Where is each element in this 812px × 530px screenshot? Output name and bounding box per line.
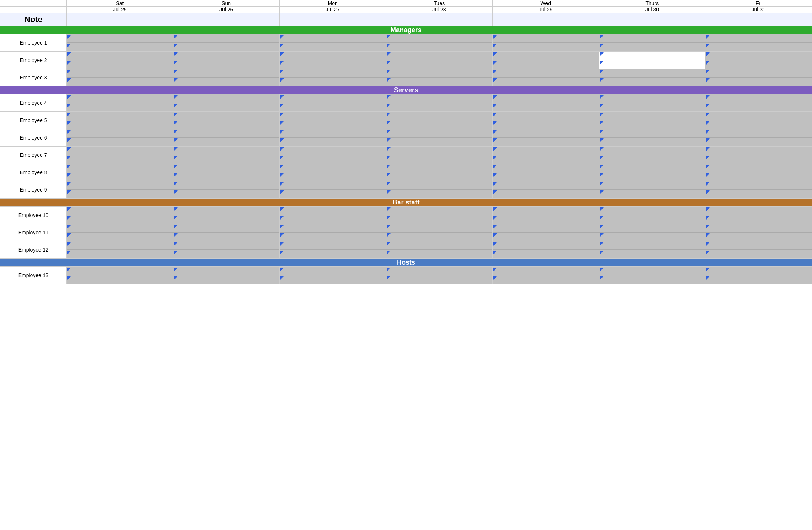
schedule-cell[interactable]: [280, 52, 386, 69]
schedule-cell[interactable]: [492, 94, 599, 112]
schedule-cell[interactable]: [173, 112, 280, 129]
schedule-cell[interactable]: [280, 241, 386, 259]
schedule-cell[interactable]: [280, 112, 386, 129]
schedule-cell[interactable]: [492, 207, 599, 224]
schedule-cell[interactable]: [67, 164, 173, 181]
schedule-cell[interactable]: [705, 207, 812, 224]
schedule-cell[interactable]: [173, 241, 280, 259]
note-cell-0[interactable]: [67, 13, 173, 26]
schedule-cell[interactable]: [705, 94, 812, 112]
schedule-cell[interactable]: [599, 241, 705, 259]
schedule-cell[interactable]: [705, 112, 812, 129]
schedule-cell[interactable]: [599, 112, 705, 129]
schedule-cell[interactable]: [386, 34, 493, 52]
schedule-cell[interactable]: [173, 164, 280, 181]
schedule-cell[interactable]: [492, 164, 599, 181]
schedule-cell[interactable]: [599, 69, 705, 86]
note-cell-4[interactable]: [492, 13, 599, 26]
schedule-cell[interactable]: [492, 52, 599, 69]
schedule-cell[interactable]: [705, 69, 812, 86]
schedule-cell[interactable]: [705, 241, 812, 259]
schedule-cell[interactable]: [67, 147, 173, 164]
date-wed: Jul 29: [492, 7, 599, 13]
schedule-cell[interactable]: [492, 181, 599, 199]
schedule-cell[interactable]: [173, 94, 280, 112]
schedule-cell[interactable]: [173, 224, 280, 241]
schedule-cell[interactable]: [280, 129, 386, 147]
schedule-cell[interactable]: [492, 112, 599, 129]
schedule-cell[interactable]: [705, 164, 812, 181]
schedule-cell[interactable]: [705, 129, 812, 147]
note-cell-3[interactable]: [386, 13, 493, 26]
note-cell-2[interactable]: [280, 13, 386, 26]
schedule-cell[interactable]: [599, 267, 705, 284]
schedule-cell[interactable]: [492, 224, 599, 241]
schedule-cell[interactable]: [173, 129, 280, 147]
schedule-cell[interactable]: [173, 207, 280, 224]
schedule-cell[interactable]: [280, 224, 386, 241]
schedule-cell[interactable]: [67, 224, 173, 241]
schedule-cell[interactable]: [599, 52, 705, 69]
schedule-cell[interactable]: [705, 34, 812, 52]
schedule-cell[interactable]: [386, 181, 493, 199]
schedule-cell[interactable]: [67, 181, 173, 199]
schedule-cell[interactable]: [705, 224, 812, 241]
schedule-cell[interactable]: [386, 224, 493, 241]
schedule-cell[interactable]: [492, 267, 599, 284]
note-cell-5[interactable]: [599, 13, 705, 26]
schedule-cell[interactable]: [599, 164, 705, 181]
schedule-cell[interactable]: [492, 147, 599, 164]
schedule-cell[interactable]: [67, 52, 173, 69]
schedule-cell[interactable]: [386, 267, 493, 284]
schedule-cell[interactable]: [705, 267, 812, 284]
schedule-cell[interactable]: [599, 224, 705, 241]
schedule-cell[interactable]: [386, 164, 493, 181]
schedule-cell[interactable]: [705, 147, 812, 164]
schedule-cell[interactable]: [67, 34, 173, 52]
schedule-cell[interactable]: [599, 147, 705, 164]
schedule-cell[interactable]: [173, 267, 280, 284]
schedule-cell[interactable]: [386, 241, 493, 259]
schedule-cell[interactable]: [280, 69, 386, 86]
schedule-cell[interactable]: [492, 129, 599, 147]
schedule-cell[interactable]: [173, 181, 280, 199]
schedule-cell[interactable]: [705, 52, 812, 69]
schedule-cell[interactable]: [492, 34, 599, 52]
schedule-cell[interactable]: [173, 52, 280, 69]
schedule-cell[interactable]: [67, 241, 173, 259]
employee-row: Employee 13: [0, 267, 812, 284]
schedule-cell[interactable]: [705, 181, 812, 199]
schedule-cell[interactable]: [67, 69, 173, 86]
schedule-cell[interactable]: [599, 207, 705, 224]
schedule-cell[interactable]: [386, 112, 493, 129]
schedule-cell[interactable]: [280, 267, 386, 284]
schedule-cell[interactable]: [280, 164, 386, 181]
schedule-cell[interactable]: [599, 129, 705, 147]
note-cell-1[interactable]: [173, 13, 280, 26]
schedule-cell[interactable]: [280, 181, 386, 199]
schedule-cell[interactable]: [386, 94, 493, 112]
schedule-cell[interactable]: [67, 94, 173, 112]
schedule-cell[interactable]: [173, 34, 280, 52]
schedule-cell[interactable]: [386, 129, 493, 147]
schedule-cell[interactable]: [386, 69, 493, 86]
schedule-cell[interactable]: [173, 69, 280, 86]
schedule-cell[interactable]: [280, 34, 386, 52]
schedule-cell[interactable]: [67, 267, 173, 284]
schedule-cell[interactable]: [599, 94, 705, 112]
schedule-cell[interactable]: [492, 69, 599, 86]
schedule-cell[interactable]: [492, 241, 599, 259]
schedule-cell[interactable]: [386, 207, 493, 224]
schedule-cell[interactable]: [67, 112, 173, 129]
schedule-cell[interactable]: [599, 34, 705, 52]
schedule-cell[interactable]: [280, 94, 386, 112]
schedule-cell[interactable]: [173, 147, 280, 164]
schedule-cell[interactable]: [386, 52, 493, 69]
schedule-cell[interactable]: [280, 207, 386, 224]
schedule-cell[interactable]: [67, 129, 173, 147]
schedule-cell[interactable]: [599, 181, 705, 199]
schedule-cell[interactable]: [280, 147, 386, 164]
note-cell-6[interactable]: [705, 13, 812, 26]
schedule-cell[interactable]: [386, 147, 493, 164]
schedule-cell[interactable]: [67, 207, 173, 224]
